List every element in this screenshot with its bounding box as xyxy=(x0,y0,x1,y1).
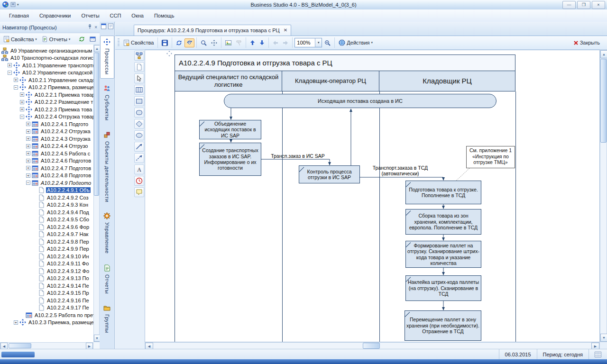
tree-item-label[interactable]: A10.2.2.4.7 Подготов xyxy=(40,165,92,171)
pan-tool-button[interactable] xyxy=(209,38,219,47)
tree-item-label[interactable]: A10.2.2.4.9.17 Пе xyxy=(46,305,90,310)
save-button[interactable] xyxy=(160,38,170,47)
scroll-up-button[interactable]: ▲ xyxy=(600,50,607,58)
tree-item[interactable]: A10 Транспортно-складская логист xyxy=(0,55,93,62)
tree-item-label[interactable]: A10.2.2.4.3 Отгрузка xyxy=(40,136,92,142)
tree-item-label[interactable]: A10.2.1 Управление складс xyxy=(28,77,93,83)
diagram-properties-button[interactable]: Свойства xyxy=(121,38,156,47)
tree-item-label[interactable]: A10.2.2.4 Отгрузка товар xyxy=(34,114,93,119)
rectangle-tool[interactable] xyxy=(134,96,144,106)
tree-item-label[interactable]: A10.2.2.1 Приемка товар xyxy=(34,92,93,98)
side-tab-activity-objects[interactable]: Объекты деятельности xyxy=(100,128,114,207)
panel-close-icon[interactable]: × xyxy=(94,25,97,30)
tree-item-label[interactable]: A10.2.2.4.9.8 Пер xyxy=(46,239,90,245)
side-tab-management[interactable]: Управление xyxy=(100,209,114,258)
tree-expander[interactable]: + xyxy=(20,100,24,104)
timer-tool[interactable] xyxy=(134,176,144,186)
process-box-5[interactable]: Сборка товара из зон хранения, комплекта… xyxy=(405,209,481,235)
tree-expander[interactable]: − xyxy=(20,115,24,119)
tree-expander[interactable]: + xyxy=(26,151,30,155)
lane-tool[interactable] xyxy=(134,85,144,95)
tree-item-label[interactable]: A10.2.2.4.8 Подготов xyxy=(40,173,92,178)
tree-item[interactable]: +A10.2.2.3 Приемка това xyxy=(0,106,93,113)
note-tool[interactable] xyxy=(134,187,144,197)
tree-expander[interactable]: + xyxy=(26,173,30,178)
export-image-button[interactable] xyxy=(223,38,233,47)
side-tab-subjects[interactable]: Субъекты xyxy=(100,82,114,125)
tree-item-label[interactable]: A10.2.2.4.9.7 Нак xyxy=(46,231,89,237)
tree-expander[interactable]: + xyxy=(26,136,30,141)
tree-item[interactable]: −A10.2.2 Приемка, размеще xyxy=(0,84,93,91)
tree-item-label[interactable]: A10.2.2.4.9.16 Пе xyxy=(46,298,90,303)
close-window-button[interactable]: × xyxy=(592,1,605,9)
process-box-1[interactable]: Объединение исходящих поставок в ИС SAP xyxy=(199,120,261,139)
tree-item[interactable]: A10.2.2.4.9.10 Ин xyxy=(0,253,93,260)
tree-expander[interactable]: + xyxy=(26,159,30,163)
menu-item-1[interactable]: Главная xyxy=(4,11,34,20)
tree-expander[interactable]: + xyxy=(26,122,30,126)
menu-item-4[interactable]: ССП xyxy=(105,11,127,20)
auto-refresh-toggle[interactable] xyxy=(184,38,194,47)
maximize-button[interactable]: ❐ xyxy=(577,1,590,9)
tree-item-label[interactable]: A10.2.2.4.4 Отгрузо xyxy=(40,143,89,149)
tree-item[interactable]: A10.2.2.4.9.4 Под xyxy=(0,209,93,216)
tree-expander[interactable]: − xyxy=(14,85,18,90)
minimize-button[interactable]: — xyxy=(562,1,576,9)
tree-item[interactable]: +A10.2.2.4.6 Подготов xyxy=(0,157,93,165)
tree-item-label[interactable]: A10.2.2.4.9.15 Пр xyxy=(46,290,90,296)
tree-item-label[interactable]: A10.2.2.4.9.9 Пер xyxy=(46,246,90,252)
open-diagram-button[interactable] xyxy=(88,35,98,44)
go-up-level-button[interactable] xyxy=(248,38,257,47)
tree-item-label[interactable]: A10.1 Управление транспортной xyxy=(21,63,93,68)
tree-item[interactable]: A10.2.2.5 Работа по прет xyxy=(0,311,93,319)
diagram-canvas[interactable]: A10.2.2.4.9 Подготовка и отгрузка товара… xyxy=(145,50,600,342)
tree-item[interactable]: +A10.2.2.4.1 Подгото xyxy=(0,120,93,128)
tree-item-label[interactable]: A10.2.2.4.9.6 Фор xyxy=(46,224,90,230)
quick-access-icon[interactable] xyxy=(10,2,16,8)
start-event[interactable]: Исходящая поставка создана в ИС xyxy=(224,94,497,108)
tree-expander[interactable]: − xyxy=(8,71,12,75)
tree-item-label[interactable]: A10.2.2.4.9.4 Под xyxy=(46,209,90,215)
tree-item[interactable]: +A10.2.3 Приемка, размещен xyxy=(0,319,93,327)
tree-item[interactable]: A10.2.2.4.9.11 Фо xyxy=(0,260,93,268)
tab-close-icon[interactable]: ✕ xyxy=(284,28,287,33)
tree-item-label[interactable]: A10.2.2.5 Работа по прет xyxy=(34,312,93,318)
go-down-level-button[interactable] xyxy=(258,38,267,47)
scroll-thumb[interactable] xyxy=(363,343,380,349)
tree-item[interactable]: +A10.2.2.4.4 Отгрузо xyxy=(0,143,93,150)
tree-expander[interactable]: + xyxy=(26,166,30,170)
tree-item[interactable]: A10.2.2.4.9.13 По xyxy=(0,275,93,282)
scroll-thumb[interactable] xyxy=(9,343,31,348)
tree-item-label[interactable]: A10.2.2.4.9.13 По xyxy=(46,275,90,281)
tree-item[interactable]: A10.2.2.4.9.1 Объ xyxy=(0,187,93,194)
pointer-tool[interactable] xyxy=(134,73,144,83)
tree-item[interactable]: A10.2.2.4.9.6 Фор xyxy=(0,223,93,231)
tree-item-label[interactable]: A10.2.2.3 Приемка това xyxy=(34,107,93,112)
tree-item-label[interactable]: A10 Транспортно-складская логист xyxy=(9,55,93,61)
lane-header-2[interactable]: Кладовщик-оператор РЦ xyxy=(282,71,379,91)
menu-item-5[interactable]: Окна xyxy=(126,11,149,20)
tree-item[interactable]: A10.2.2.4.9.12 Фо xyxy=(0,267,93,275)
tree-expander[interactable]: − xyxy=(26,181,30,185)
tree-item-label[interactable]: A10.2.2.4.9.11 Фо xyxy=(46,261,90,266)
rounded-rectangle-tool[interactable] xyxy=(134,108,144,118)
tree-expander[interactable]: + xyxy=(26,144,30,148)
diagram-move-handle-icon[interactable] xyxy=(166,51,172,57)
tree-item-label[interactable]: A10.2.2.2 Размещение т xyxy=(34,99,93,105)
tree-item[interactable]: +A10.2.2.1 Приемка товар xyxy=(0,91,93,99)
document-tab[interactable]: Процедура: A10.2.2.4.9 Подготовка и отгр… xyxy=(134,25,291,36)
tree-item-label[interactable]: A10.2.2.4.9 Подгото xyxy=(40,180,92,186)
toolbar-grip[interactable] xyxy=(118,38,120,47)
diagram-title-block[interactable]: A10.2.2.4.9 Подготовка и отгрузка товара… xyxy=(175,55,515,71)
tree-expander[interactable]: + xyxy=(14,78,18,82)
tree-item[interactable]: +A10.2.2.4.3 Отгрузка xyxy=(0,135,93,143)
tree-item-label[interactable]: A10.2.2 Приемка, размеще xyxy=(28,84,93,90)
tree-item[interactable]: A10.2.2.4.9.16 Пе xyxy=(0,297,93,304)
tree-item[interactable]: A10.2.2.4.9.3 Кон xyxy=(0,201,93,209)
tree-item-label[interactable]: A10.2.2.4.1 Подгото xyxy=(40,121,89,127)
pin-icon[interactable] xyxy=(87,24,92,30)
tree-item-label[interactable]: A10.2 Управление складской ло xyxy=(21,70,93,75)
text-tool[interactable]: A xyxy=(134,164,144,174)
process-box-4[interactable]: Подготовка товара к отгрузке. Пополнение… xyxy=(405,181,481,204)
tree-item[interactable]: +A10.2.2.4.8 Подготов xyxy=(0,172,93,180)
